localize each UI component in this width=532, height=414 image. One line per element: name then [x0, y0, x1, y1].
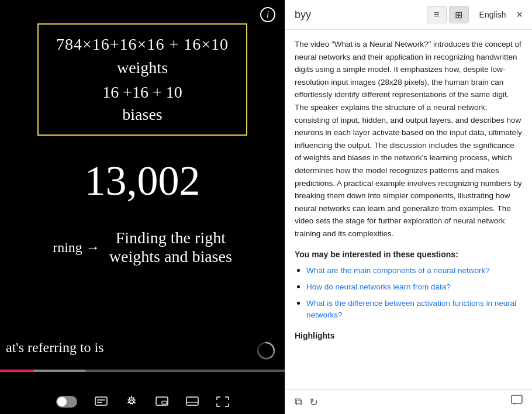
hamburger-button[interactable]: ≡: [427, 6, 447, 23]
weights-label: weights: [56, 58, 229, 77]
sidebar-content: The video "What is a Neural Network?" in…: [285, 30, 532, 389]
rning-row: rning → Finding the right weights and bi…: [53, 229, 232, 266]
language-label: English: [479, 10, 506, 19]
pip-icon[interactable]: [156, 396, 168, 407]
biases-section: 16 +16 + 10 biases: [56, 83, 229, 124]
progress-gray: [34, 370, 85, 372]
subtitles-icon[interactable]: [95, 396, 108, 407]
sidebar-header: byy ≡ ⊞ English ×: [285, 0, 532, 30]
question-link-2[interactable]: How do neural networks learn from data?: [306, 282, 451, 291]
math-line: 784×16+16×16 + 16×10: [56, 35, 229, 54]
footer-left-icons: ⧉ ↻: [295, 396, 318, 409]
total-number: 13,002: [85, 157, 201, 205]
comment-icon[interactable]: [511, 395, 523, 409]
list-item: What are the main components of a neural…: [306, 265, 523, 277]
questions-list: What are the main components of a neural…: [295, 265, 523, 322]
biases-line: 16 +16 + 10: [56, 83, 229, 102]
progress-bar[interactable]: [0, 370, 285, 372]
svg-rect-7: [186, 397, 198, 405]
yellow-box: 784×16+16×16 + 16×10 weights 16 +16 + 10…: [37, 23, 247, 136]
grid-button[interactable]: ⊞: [449, 6, 469, 23]
video-content: i 784×16+16×16 + 16×10 weights 16 +16 + …: [0, 0, 285, 414]
close-button[interactable]: ×: [516, 9, 523, 21]
svg-rect-9: [512, 395, 522, 403]
finding-text: Finding the right weights and biases: [109, 229, 232, 266]
list-item: What is the difference between activatio…: [306, 298, 523, 322]
play-pause-toggle[interactable]: [56, 396, 77, 408]
summary-text: The video "What is a Neural Network?" in…: [295, 38, 523, 240]
rning-text: rning →: [53, 240, 100, 256]
question-link-1[interactable]: What are the main components of a neural…: [306, 266, 490, 275]
sidebar-footer: ⧉ ↻: [285, 389, 532, 414]
finding-line1: Finding the right: [109, 229, 232, 247]
byy-label: byy: [295, 9, 421, 21]
progress-fill: [0, 370, 34, 372]
controls-bar: [0, 395, 285, 408]
sidebar-panel: byy ≡ ⊞ English × The video "What is a N…: [285, 0, 532, 414]
questions-heading: You may be interested in these questions…: [295, 250, 523, 259]
highlights-heading: Highlights: [295, 331, 523, 340]
fullscreen-icon[interactable]: [216, 396, 229, 407]
svg-rect-1: [95, 397, 107, 405]
copy-icon[interactable]: ⧉: [295, 396, 302, 409]
question-link-3[interactable]: What is the difference between activatio…: [306, 299, 516, 319]
video-panel: i 784×16+16×16 + 16×10 weights 16 +16 + …: [0, 0, 285, 414]
info-icon[interactable]: i: [260, 7, 275, 22]
svg-rect-6: [162, 401, 167, 404]
theater-icon[interactable]: [186, 396, 199, 407]
list-item: How do neural networks learn from data?: [306, 281, 523, 293]
header-icons: ≡ ⊞: [427, 6, 469, 23]
finding-line2: weights and biases: [109, 247, 232, 266]
spinner-icon: [255, 340, 277, 361]
refresh-icon[interactable]: ↻: [309, 396, 318, 409]
biases-label: biases: [56, 105, 229, 124]
settings-icon[interactable]: [125, 395, 138, 408]
bottom-caption: at's referring to is: [0, 340, 104, 356]
